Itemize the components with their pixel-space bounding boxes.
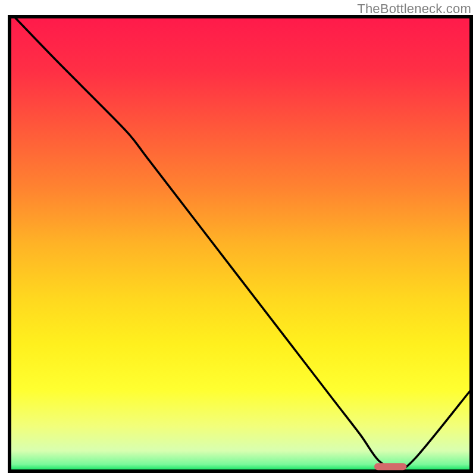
plot-background [10, 17, 471, 471]
optimum-marker [374, 463, 406, 470]
chart-canvas [0, 0, 476, 476]
watermark-label: TheBottleneck.com [357, 1, 471, 17]
bottleneck-chart: TheBottleneck.com [0, 0, 476, 476]
